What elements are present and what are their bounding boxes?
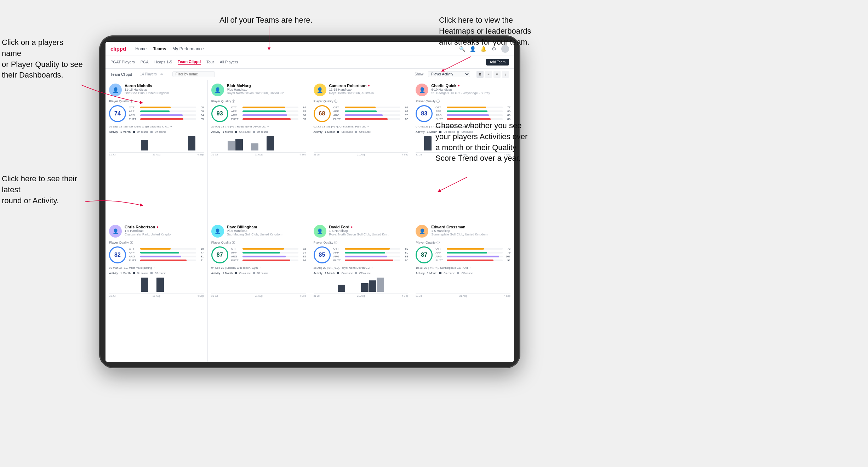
quality-circle[interactable]: 83 xyxy=(416,105,433,122)
verified-badge: ● xyxy=(458,84,459,87)
stat-label: APP xyxy=(333,251,343,254)
player-card: 👤 Blair McHarg Plus Handicap Royal North… xyxy=(208,80,310,221)
tab-all-players[interactable]: All Players xyxy=(220,60,238,65)
stat-val: 60 xyxy=(198,106,204,109)
stats-grid: OTT 73 APP 79 ARG 103 P xyxy=(435,247,510,263)
stat-bar-bg xyxy=(345,110,401,112)
stat-row: ARG 75 xyxy=(333,114,409,117)
chart-label: 4 Sep xyxy=(402,153,408,156)
activity-header: Activity · 1 Month On course Off course xyxy=(109,130,204,133)
player-name[interactable]: David Ford ● xyxy=(329,225,409,229)
stat-bar xyxy=(242,107,285,108)
chart-label: 31 Jul xyxy=(314,153,320,156)
quality-circle[interactable]: 85 xyxy=(314,246,331,263)
chart-label: 21 Aug xyxy=(153,153,160,156)
chart-label: 31 Jul xyxy=(109,153,116,156)
player-club: Sag Maging Golf Club, United Kingdom xyxy=(227,233,306,236)
tab-pgat-players[interactable]: PGAT Players xyxy=(110,60,135,65)
stat-bar xyxy=(242,114,287,116)
player-name[interactable]: Charlie Quick ● xyxy=(431,84,510,88)
arrow-click-player xyxy=(78,81,149,110)
latest-round[interactable]: 18 Jul 23 | 74 (+4), Sunningdale GC - Ol… xyxy=(416,266,510,269)
stat-val: 92 xyxy=(504,259,510,262)
stat-row: OTT 82 xyxy=(231,247,306,250)
stat-val: 89 xyxy=(402,247,408,250)
quality-circle[interactable]: 82 xyxy=(109,246,126,263)
tab-hcaps[interactable]: Hcaps 1-5 xyxy=(154,60,172,65)
latest-round[interactable]: 03 Mar 23 | 19, Must make putting → xyxy=(109,266,204,269)
player-avatar: 👤 xyxy=(314,84,326,96)
nav-item-teams[interactable]: Teams xyxy=(153,46,166,51)
chart-bar xyxy=(377,278,384,292)
chart-bar xyxy=(141,140,148,150)
player-info: Chris Robertson ● 1-5 Handicap Craigsimi… xyxy=(125,225,204,236)
quality-label: Player Quality ⓘ xyxy=(109,240,204,245)
player-name[interactable]: Cameron Robertson ● xyxy=(329,84,409,88)
edit-icon[interactable]: ✏ xyxy=(160,72,163,76)
player-name[interactable]: Dave Billingham xyxy=(227,225,306,229)
tab-team-clippd[interactable]: Team Clippd xyxy=(178,59,201,65)
stat-bar xyxy=(345,256,387,257)
latest-round[interactable]: 02 Jul 23 | 59 (+17), Craigsimilar Park … xyxy=(314,125,409,128)
off-course-dot xyxy=(253,272,255,274)
team-count: 14 Players xyxy=(140,72,156,76)
activity-label: Activity · 1 Month xyxy=(211,130,233,133)
activity-legend: On course Off course xyxy=(133,131,166,133)
stat-bar-bg xyxy=(140,118,196,120)
filter-input[interactable] xyxy=(172,71,215,77)
quality-circle[interactable]: 93 xyxy=(211,105,228,122)
stat-bar-bg xyxy=(242,118,298,120)
player-card: 👤 Cameron Robertson ● 11-15 Handicap Roy… xyxy=(310,80,412,221)
sort-icon[interactable]: ↕ xyxy=(502,71,509,78)
player-handicap: Plus Handicap xyxy=(227,88,306,91)
player-name[interactable]: Chris Robertson ● xyxy=(125,225,204,229)
stat-bar xyxy=(140,110,170,112)
off-course-label: Off course xyxy=(257,272,268,274)
activity-header: Activity · 1 Month On course Off course xyxy=(314,130,409,133)
list-view-icon[interactable]: ≡ xyxy=(485,71,492,78)
chart-label: 4 Sep xyxy=(299,295,306,297)
latest-round[interactable]: 26 Aug 23 | 84 (+12), Royal North Devon … xyxy=(314,266,409,269)
activity-section: Activity · 1 Month On course Off course … xyxy=(314,130,409,156)
chart-label: 31 Jul xyxy=(314,295,320,297)
quality-label: Player Quality ⓘ xyxy=(314,99,409,104)
on-course-dot xyxy=(235,131,237,133)
latest-round[interactable]: 02 Sep 23 | Sunset round to get back int… xyxy=(109,125,204,128)
on-course-label: On course xyxy=(137,272,148,274)
chart-area xyxy=(314,135,409,153)
quality-circle[interactable]: 87 xyxy=(211,246,228,263)
tab-tour[interactable]: Tour xyxy=(206,60,214,65)
stat-val: 103 xyxy=(504,255,510,258)
show-label: Show: xyxy=(415,72,424,76)
stat-val: 84 xyxy=(198,114,204,117)
stat-val: 94 xyxy=(300,259,306,262)
stat-bar-bg xyxy=(140,260,196,261)
stat-bar-bg xyxy=(447,248,503,250)
quality-circle[interactable]: 87 xyxy=(416,246,433,263)
stat-bar xyxy=(447,110,487,112)
nav-item-home[interactable]: Home xyxy=(135,46,147,51)
activity-legend: On course Off course xyxy=(439,272,473,274)
stat-label: ARG xyxy=(129,114,139,117)
latest-round[interactable]: 04 Sep 23 | Mobility with coach, Gym → xyxy=(211,266,306,269)
stat-row: OTT 61 xyxy=(333,106,409,109)
player-name[interactable]: Edward Crossman xyxy=(431,225,510,229)
stat-bar xyxy=(140,256,181,257)
off-course-label: Off course xyxy=(155,272,166,274)
latest-round[interactable]: 26 Aug 23 | 73 (+1), Royal North Devon G… xyxy=(211,125,306,128)
quality-circle[interactable]: 68 xyxy=(314,105,331,122)
activity-section: Activity · 1 Month On course Off course … xyxy=(211,272,306,297)
quality-section: 82 OTT 60 APP 77 ARG 81 xyxy=(109,246,204,263)
add-team-button[interactable]: Add Team xyxy=(486,59,509,66)
chart-label: 31 Jul xyxy=(416,295,422,297)
filter-icon[interactable]: ▼ xyxy=(493,71,501,78)
chart-bars xyxy=(109,135,204,150)
nav-item-performance[interactable]: My Performance xyxy=(172,46,204,51)
tab-pga[interactable]: PGA xyxy=(141,60,149,65)
stat-bar-bg xyxy=(140,252,196,254)
stat-bar xyxy=(447,252,487,254)
stat-bar-bg xyxy=(140,110,196,112)
player-name[interactable]: Blair McHarg xyxy=(227,84,306,88)
stat-row: APP 63 xyxy=(333,110,409,113)
stats-grid: OTT 84 APP 85 ARG 88 PU xyxy=(231,106,306,121)
